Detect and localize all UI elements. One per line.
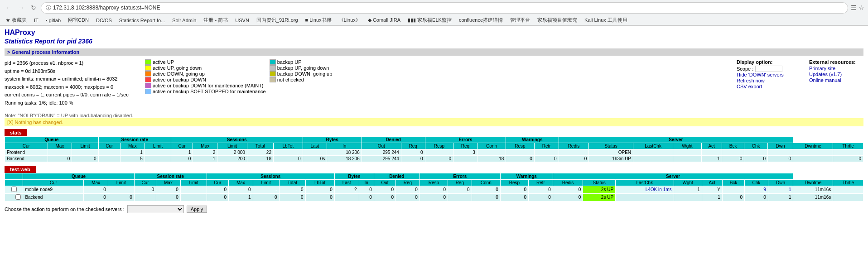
- tw-backend-row: Backend 0 0 0 0 1 0 0 0 0 0 0 0: [5, 193, 863, 201]
- tw-th-sessions: Sessions: [207, 173, 334, 179]
- legend-soft-stopped: active or backup SOFT STOPPED for mainte…: [145, 89, 266, 94]
- general-info-area: pid = 2366 (process #1, nbproc = 1) upti…: [5, 58, 863, 109]
- tw-th-warnings: Warnings: [500, 173, 553, 179]
- forward-button[interactable]: →: [16, 3, 26, 12]
- th-denied: Denied: [362, 136, 425, 143]
- legend-color-soft-stopped: [145, 89, 151, 94]
- legend-color-backup-up-gd: [270, 65, 276, 71]
- tw-server-row: mobile-node9 0 0 0 0 0 - 0 0 ? 0 0 0 0: [5, 186, 863, 193]
- page-content: HAProxy Statistics Report for pid 2366 >…: [0, 26, 868, 216]
- lock-icon: ⓘ: [46, 4, 51, 12]
- legend-area: active UP active UP, going down active D…: [145, 59, 723, 107]
- external-resources-title: External resources:: [809, 59, 863, 65]
- legend-col-2: backup UP backup UP, going down backup D…: [270, 59, 333, 107]
- hide-down-servers-link[interactable]: Hide 'DOWN' servers: [737, 72, 800, 77]
- tw-backend-checkbox[interactable]: [15, 194, 21, 200]
- bookmark-icon[interactable]: ☆: [858, 4, 864, 11]
- general-info-header[interactable]: > General process information: [5, 48, 863, 56]
- bookmark-stats[interactable]: Statistics Report fo...: [117, 17, 167, 24]
- legend-color-backup-up: [270, 59, 276, 65]
- bookmark-kali[interactable]: Kali Linux 工具使用: [583, 16, 629, 24]
- test-web-proxy-name: test-web: [5, 166, 36, 173]
- note-text: Note: "NOLB"/"DRAIN" = UP with load-bala…: [5, 113, 863, 118]
- browser-chrome: ← → ↻ ⓘ 172.31.8.102:8888/haproxy-status…: [0, 0, 868, 26]
- bookmark-usvn[interactable]: USVN: [233, 17, 251, 24]
- online-manual-link[interactable]: Online manual: [809, 77, 863, 83]
- test-web-section: test-web Queue Session rate Sessions Byt…: [5, 166, 863, 201]
- apply-button[interactable]: Apply: [187, 206, 207, 213]
- legend-color-maint: [145, 83, 151, 88]
- browser-icons: ☰ ☆: [851, 4, 864, 11]
- bookmark-manage[interactable]: 管理平台: [508, 16, 532, 24]
- refresh-now-link[interactable]: Refresh now: [737, 78, 800, 83]
- stats-table: Queue Session rate Sessions Bytes Denied…: [5, 136, 863, 162]
- scope-row: Scope :: [737, 66, 800, 72]
- bookmark-cdn[interactable]: 网宿CDN: [66, 16, 91, 24]
- stats-frontend-label: Frontend: [5, 149, 48, 155]
- th-warnings: Warnings: [506, 136, 559, 143]
- bookmark-gitlab[interactable]: ▪ gitlab: [44, 17, 63, 24]
- tw-server-lastchk: L4OK in 1ms: [616, 186, 674, 193]
- legend-active-up: active UP: [145, 59, 266, 65]
- updates-link[interactable]: Updates (v1.7): [809, 72, 863, 77]
- bookmark-solr[interactable]: Solr Admin: [170, 17, 198, 24]
- haproxy-title: HAProxy: [5, 29, 863, 37]
- tw-backend-label: Backend: [23, 193, 84, 201]
- address-bar[interactable]: ⓘ 172.31.8.102:8888/haproxy-status;st=NO…: [41, 2, 848, 14]
- tw-server-checkbox[interactable]: [11, 187, 17, 192]
- tw-th-server: Server: [553, 173, 793, 179]
- bookmark-confluence[interactable]: confluence搭建详情: [457, 16, 505, 24]
- bookmark-it[interactable]: IT: [32, 17, 40, 24]
- bookmark-elk[interactable]: ▮▮▮ 家乐福ELK监控: [406, 16, 453, 24]
- reload-button[interactable]: ↻: [29, 3, 38, 12]
- stats-section: stats Queue Session rate Sessions Bytes …: [5, 129, 863, 162]
- tw-server-label: mobile-node9: [23, 186, 84, 193]
- back-button[interactable]: ←: [4, 3, 14, 12]
- stats-frontend-row: Frontend 1 1 2 2 000 22 18 206 295 244 0: [5, 149, 863, 155]
- external-resources: External resources: Primary site Updates…: [809, 59, 863, 107]
- legend-backup-down-gu: backup DOWN, going up: [270, 71, 333, 77]
- lastchk-link[interactable]: L4OK in 1ms: [646, 187, 672, 192]
- bookmark-favorites[interactable]: ★ 收藏夹: [4, 16, 29, 24]
- bookmark-linux-mag[interactable]: 《Linux》: [337, 16, 362, 24]
- bookmark-jira[interactable]: ◆ Comall JIRA: [366, 17, 402, 24]
- scope-label: Scope :: [737, 66, 753, 72]
- csv-export-link[interactable]: CSV export: [737, 84, 800, 89]
- action-bar-label: Choose the action to perform on the chec…: [5, 206, 125, 212]
- scope-input[interactable]: [755, 66, 782, 72]
- primary-site-link[interactable]: Primary site: [809, 66, 863, 71]
- display-options: Display option: Scope : Hide 'DOWN' serv…: [737, 59, 800, 107]
- legend-col-1: active UP active UP, going down active D…: [145, 59, 266, 107]
- info-line-5: Running tasks: 1/6; idle: 100 %: [5, 99, 140, 107]
- legend-backup-up: backup UP: [270, 59, 333, 65]
- bookmark-linux-books[interactable]: ■ Linux书籍: [304, 16, 333, 24]
- legend-maint: active or backup DOWN for maintenance (M…: [145, 83, 266, 88]
- tw-th-bytes: Bytes: [334, 173, 374, 179]
- stats-report-title: Statistics Report for pid 2366: [5, 38, 863, 45]
- th-queue: Queue: [5, 136, 99, 143]
- legend-active-down-going-up: active DOWN, going up: [145, 71, 266, 77]
- tw-th-session-rate: Session rate: [134, 173, 207, 179]
- action-select[interactable]: set state to READY set state to DRAIN se…: [127, 205, 184, 213]
- legend-color-active-up-gd: [145, 65, 151, 71]
- legend-color-active-up: [145, 59, 151, 65]
- tw-backend-status: 2s UP: [583, 193, 616, 201]
- legend-active-down: active or backup DOWN: [145, 77, 266, 82]
- bookmarks-bar: ★ 收藏夹 IT ▪ gitlab 网宿CDN DC/OS Statistics…: [0, 15, 868, 25]
- info-line-1: uptime = 0d 1h03m58s: [5, 67, 140, 76]
- bookmark-91ri[interactable]: 国内资讯_91Ri.org: [255, 16, 300, 24]
- th-sessions: Sessions: [171, 136, 303, 143]
- stats-backend-label: Backend: [5, 155, 48, 162]
- legend-active-up-going-down: active UP, going down: [145, 65, 266, 71]
- stats-backend-row: Backend 0 0 5 0 1 200 18 0 0s 18 206 295…: [5, 155, 863, 162]
- info-line-0: pid = 2366 (process #1, nbproc = 1): [5, 59, 140, 67]
- display-options-title: Display option:: [737, 59, 800, 65]
- th-server: Server: [559, 136, 793, 143]
- bookmark-jianshu[interactable]: 注册 - 简书: [202, 16, 230, 24]
- bookmark-dcos[interactable]: DC/OS: [94, 17, 114, 24]
- stats-backend-status: 1h3m UP: [589, 155, 633, 162]
- browser-toolbar: ← → ↻ ⓘ 172.31.8.102:8888/haproxy-status…: [0, 0, 868, 15]
- legend-color-not-checked: [270, 77, 276, 82]
- bookmark-project[interactable]: 家乐福项目值班究: [535, 16, 579, 24]
- legend-not-checked: not checked: [270, 77, 333, 82]
